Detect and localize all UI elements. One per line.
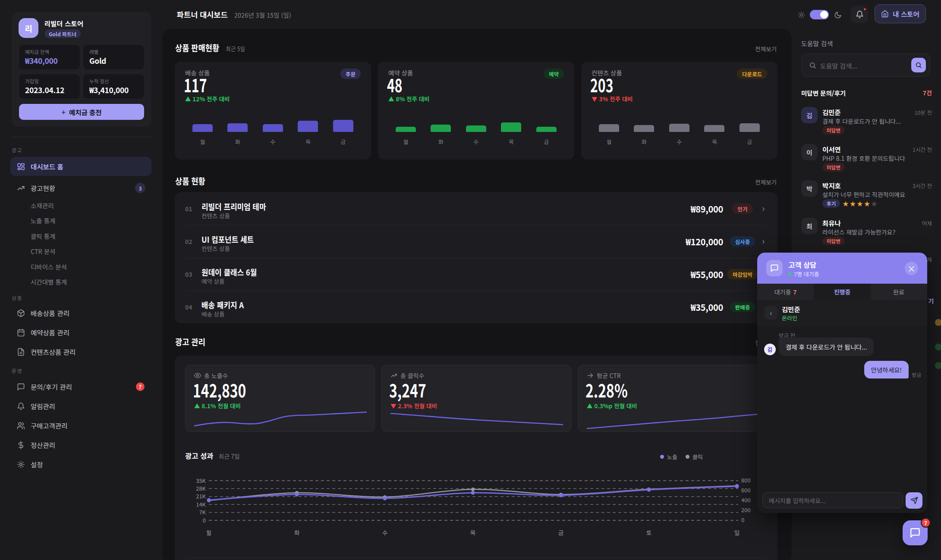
svg-text:7K: 7K — [199, 508, 206, 516]
svg-text:14K: 14K — [196, 500, 206, 508]
svg-text:화: 화 — [294, 528, 300, 537]
svg-text:0: 0 — [741, 516, 744, 524]
svg-text:800: 800 — [741, 476, 751, 484]
svg-text:600: 600 — [741, 486, 751, 494]
svg-text:35K: 35K — [196, 476, 206, 485]
svg-text:금: 금 — [558, 528, 563, 537]
svg-text:토: 토 — [646, 528, 651, 537]
svg-text:21K: 21K — [196, 492, 206, 500]
svg-text:수: 수 — [382, 528, 387, 537]
svg-text:400: 400 — [741, 496, 751, 504]
svg-text:일: 일 — [734, 528, 740, 537]
svg-text:목: 목 — [470, 528, 475, 537]
svg-text:0: 0 — [203, 516, 206, 524]
svg-text:월: 월 — [206, 528, 211, 537]
svg-text:28K: 28K — [196, 484, 206, 492]
svg-text:200: 200 — [741, 506, 751, 514]
